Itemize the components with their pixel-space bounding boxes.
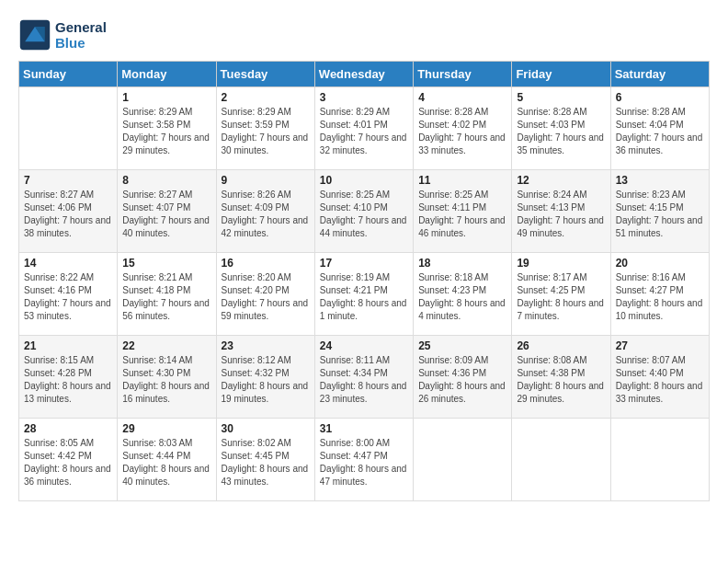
- day-info: Sunrise: 8:17 AMSunset: 4:25 PMDaylight:…: [517, 271, 605, 323]
- day-info: Sunrise: 8:05 AMSunset: 4:42 PMDaylight:…: [24, 437, 112, 488]
- calendar-cell: [512, 419, 610, 501]
- calendar-cell: 15Sunrise: 8:21 AMSunset: 4:18 PMDayligh…: [118, 253, 216, 336]
- calendar-week-row: 14Sunrise: 8:22 AMSunset: 4:16 PMDayligh…: [19, 253, 710, 336]
- day-info: Sunrise: 8:07 AMSunset: 4:40 PMDaylight:…: [616, 354, 704, 406]
- day-number: 3: [320, 91, 408, 104]
- day-info: Sunrise: 8:09 AMSunset: 4:36 PMDaylight:…: [418, 354, 506, 406]
- day-info: Sunrise: 8:00 AMSunset: 4:47 PMDaylight:…: [320, 437, 408, 488]
- calendar-cell: 31Sunrise: 8:00 AMSunset: 4:47 PMDayligh…: [314, 419, 413, 501]
- day-info: Sunrise: 8:08 AMSunset: 4:38 PMDaylight:…: [517, 354, 605, 406]
- day-info: Sunrise: 8:12 AMSunset: 4:32 PMDaylight:…: [222, 354, 310, 406]
- day-info: Sunrise: 8:22 AMSunset: 4:16 PMDaylight:…: [24, 271, 112, 323]
- day-number: 5: [517, 91, 605, 104]
- day-info: Sunrise: 8:29 AMSunset: 3:58 PMDaylight:…: [122, 106, 210, 157]
- day-info: Sunrise: 8:15 AMSunset: 4:28 PMDaylight:…: [24, 354, 112, 406]
- day-info: Sunrise: 8:21 AMSunset: 4:18 PMDaylight:…: [122, 271, 210, 323]
- weekday-header: Wednesday: [314, 62, 413, 87]
- day-number: 27: [616, 339, 704, 352]
- day-number: 25: [418, 339, 506, 352]
- day-info: Sunrise: 8:11 AMSunset: 4:34 PMDaylight:…: [320, 354, 408, 406]
- calendar-cell: 30Sunrise: 8:02 AMSunset: 4:45 PMDayligh…: [216, 419, 314, 501]
- weekday-header: Thursday: [414, 62, 512, 87]
- day-number: 31: [320, 422, 408, 435]
- day-info: Sunrise: 8:29 AMSunset: 3:59 PMDaylight:…: [222, 106, 310, 157]
- calendar-cell: [414, 419, 512, 501]
- calendar-cell: 10Sunrise: 8:25 AMSunset: 4:10 PMDayligh…: [314, 170, 413, 253]
- day-number: 13: [616, 174, 704, 187]
- day-number: 7: [24, 174, 112, 187]
- calendar-cell: 3Sunrise: 8:29 AMSunset: 4:01 PMDaylight…: [314, 87, 413, 170]
- logo: General Blue: [18, 18, 107, 52]
- day-number: 26: [517, 339, 605, 352]
- day-info: Sunrise: 8:28 AMSunset: 4:03 PMDaylight:…: [517, 106, 605, 157]
- calendar-cell: 22Sunrise: 8:14 AMSunset: 4:30 PMDayligh…: [118, 336, 216, 419]
- calendar-cell: 19Sunrise: 8:17 AMSunset: 4:25 PMDayligh…: [512, 253, 610, 336]
- calendar-cell: 6Sunrise: 8:28 AMSunset: 4:04 PMDaylight…: [610, 87, 709, 170]
- calendar-cell: 11Sunrise: 8:25 AMSunset: 4:11 PMDayligh…: [414, 170, 512, 253]
- calendar-week-row: 1Sunrise: 8:29 AMSunset: 3:58 PMDaylight…: [19, 87, 710, 170]
- day-number: 30: [222, 422, 310, 435]
- calendar-cell: 23Sunrise: 8:12 AMSunset: 4:32 PMDayligh…: [216, 336, 314, 419]
- logo-text: General Blue: [55, 19, 107, 51]
- calendar-cell: 9Sunrise: 8:26 AMSunset: 4:09 PMDaylight…: [216, 170, 314, 253]
- calendar-cell: 20Sunrise: 8:16 AMSunset: 4:27 PMDayligh…: [610, 253, 709, 336]
- day-info: Sunrise: 8:24 AMSunset: 4:13 PMDaylight:…: [517, 189, 605, 240]
- weekday-header: Friday: [512, 62, 610, 87]
- day-info: Sunrise: 8:16 AMSunset: 4:27 PMDaylight:…: [616, 271, 704, 323]
- day-number: 10: [320, 174, 408, 187]
- day-info: Sunrise: 8:25 AMSunset: 4:11 PMDaylight:…: [418, 189, 506, 240]
- calendar-cell: [610, 419, 709, 501]
- weekday-header: Tuesday: [216, 62, 314, 87]
- calendar-cell: 24Sunrise: 8:11 AMSunset: 4:34 PMDayligh…: [314, 336, 413, 419]
- calendar-cell: 14Sunrise: 8:22 AMSunset: 4:16 PMDayligh…: [19, 253, 118, 336]
- day-number: 16: [222, 257, 310, 270]
- day-info: Sunrise: 8:28 AMSunset: 4:02 PMDaylight:…: [418, 106, 506, 157]
- calendar-cell: 16Sunrise: 8:20 AMSunset: 4:20 PMDayligh…: [216, 253, 314, 336]
- calendar-cell: 2Sunrise: 8:29 AMSunset: 3:59 PMDaylight…: [216, 87, 314, 170]
- calendar-cell: 21Sunrise: 8:15 AMSunset: 4:28 PMDayligh…: [19, 336, 118, 419]
- day-info: Sunrise: 8:18 AMSunset: 4:23 PMDaylight:…: [418, 271, 506, 323]
- day-info: Sunrise: 8:26 AMSunset: 4:09 PMDaylight:…: [222, 189, 310, 240]
- day-info: Sunrise: 8:27 AMSunset: 4:06 PMDaylight:…: [24, 189, 112, 240]
- day-number: 22: [122, 339, 210, 352]
- calendar-cell: 28Sunrise: 8:05 AMSunset: 4:42 PMDayligh…: [19, 419, 118, 501]
- calendar-cell: 17Sunrise: 8:19 AMSunset: 4:21 PMDayligh…: [314, 253, 413, 336]
- weekday-header: Monday: [118, 62, 216, 87]
- day-number: 1: [122, 91, 210, 104]
- day-info: Sunrise: 8:29 AMSunset: 4:01 PMDaylight:…: [320, 106, 408, 157]
- day-number: 18: [418, 257, 506, 270]
- calendar-cell: 13Sunrise: 8:23 AMSunset: 4:15 PMDayligh…: [610, 170, 709, 253]
- day-number: 15: [122, 257, 210, 270]
- calendar-cell: 8Sunrise: 8:27 AMSunset: 4:07 PMDaylight…: [118, 170, 216, 253]
- calendar-cell: 27Sunrise: 8:07 AMSunset: 4:40 PMDayligh…: [610, 336, 709, 419]
- calendar-cell: 26Sunrise: 8:08 AMSunset: 4:38 PMDayligh…: [512, 336, 610, 419]
- calendar-cell: 18Sunrise: 8:18 AMSunset: 4:23 PMDayligh…: [414, 253, 512, 336]
- day-number: 6: [616, 91, 704, 104]
- day-number: 8: [122, 174, 210, 187]
- calendar-table: SundayMondayTuesdayWednesdayThursdayFrid…: [18, 61, 710, 501]
- day-info: Sunrise: 8:23 AMSunset: 4:15 PMDaylight:…: [616, 189, 704, 240]
- day-number: 12: [517, 174, 605, 187]
- day-number: 11: [418, 174, 506, 187]
- calendar-cell: 4Sunrise: 8:28 AMSunset: 4:02 PMDaylight…: [414, 87, 512, 170]
- day-number: 2: [222, 91, 310, 104]
- calendar-week-row: 21Sunrise: 8:15 AMSunset: 4:28 PMDayligh…: [19, 336, 710, 419]
- calendar-week-row: 28Sunrise: 8:05 AMSunset: 4:42 PMDayligh…: [19, 419, 710, 501]
- calendar-cell: 29Sunrise: 8:03 AMSunset: 4:44 PMDayligh…: [118, 419, 216, 501]
- day-info: Sunrise: 8:02 AMSunset: 4:45 PMDaylight:…: [222, 437, 310, 488]
- day-number: 14: [24, 257, 112, 270]
- day-number: 24: [320, 339, 408, 352]
- day-number: 4: [418, 91, 506, 104]
- day-number: 19: [517, 257, 605, 270]
- day-info: Sunrise: 8:20 AMSunset: 4:20 PMDaylight:…: [222, 271, 310, 323]
- day-info: Sunrise: 8:03 AMSunset: 4:44 PMDaylight:…: [122, 437, 210, 488]
- day-number: 23: [222, 339, 310, 352]
- day-number: 9: [222, 174, 310, 187]
- day-number: 29: [122, 422, 210, 435]
- calendar-cell: 1Sunrise: 8:29 AMSunset: 3:58 PMDaylight…: [118, 87, 216, 170]
- day-number: 17: [320, 257, 408, 270]
- day-info: Sunrise: 8:28 AMSunset: 4:04 PMDaylight:…: [616, 106, 704, 157]
- calendar-cell: [19, 87, 118, 170]
- calendar-cell: 25Sunrise: 8:09 AMSunset: 4:36 PMDayligh…: [414, 336, 512, 419]
- calendar-cell: 12Sunrise: 8:24 AMSunset: 4:13 PMDayligh…: [512, 170, 610, 253]
